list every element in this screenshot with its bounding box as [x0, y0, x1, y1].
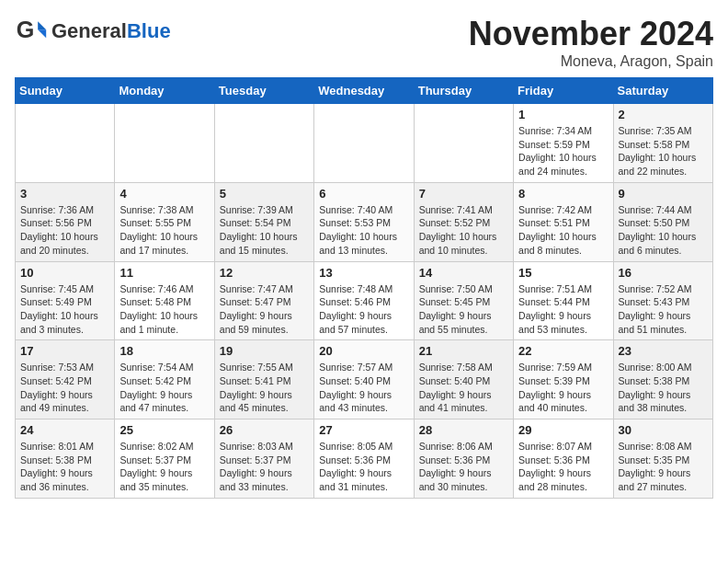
day-number: 19	[220, 344, 309, 358]
day-number: 9	[619, 187, 708, 201]
day-info: Sunrise: 7:41 AM Sunset: 5:52 PM Dayligh…	[419, 203, 508, 258]
day-info: Sunrise: 8:03 AM Sunset: 5:37 PM Dayligh…	[220, 440, 309, 494]
title-block: November 2024 Moneva, Aragon, Spain	[469, 15, 713, 70]
calendar-cell: 23Sunrise: 8:00 AM Sunset: 5:38 PM Dayli…	[613, 340, 712, 419]
calendar-cell: 19Sunrise: 7:55 AM Sunset: 5:41 PM Dayli…	[214, 340, 313, 419]
day-info: Sunrise: 8:00 AM Sunset: 5:38 PM Dayligh…	[619, 361, 708, 415]
day-info: Sunrise: 7:50 AM Sunset: 5:45 PM Dayligh…	[419, 282, 508, 337]
calendar-cell: 28Sunrise: 8:06 AM Sunset: 5:36 PM Dayli…	[414, 419, 513, 499]
day-number: 13	[319, 266, 408, 280]
calendar-week-1: 1Sunrise: 7:34 AM Sunset: 5:59 PM Daylig…	[16, 104, 713, 183]
day-info: Sunrise: 8:05 AM Sunset: 5:36 PM Dayligh…	[319, 440, 408, 494]
calendar-cell: 30Sunrise: 8:08 AM Sunset: 5:35 PM Dayli…	[613, 419, 712, 499]
calendar-cell: 26Sunrise: 8:03 AM Sunset: 5:37 PM Dayli…	[214, 419, 313, 499]
day-number: 6	[319, 187, 408, 201]
day-number: 25	[119, 423, 209, 437]
day-number: 11	[119, 266, 209, 280]
day-info: Sunrise: 7:44 AM Sunset: 5:50 PM Dayligh…	[619, 203, 708, 258]
calendar-cell	[214, 104, 313, 183]
day-info: Sunrise: 7:46 AM Sunset: 5:48 PM Dayligh…	[119, 282, 209, 337]
day-number: 29	[518, 423, 608, 437]
calendar-cell	[314, 104, 414, 183]
location-subtitle: Moneva, Aragon, Spain	[469, 53, 713, 70]
day-number: 15	[518, 266, 608, 280]
day-number: 20	[319, 344, 408, 358]
day-number: 23	[619, 344, 708, 358]
day-number: 30	[619, 423, 708, 437]
day-info: Sunrise: 8:07 AM Sunset: 5:36 PM Dayligh…	[518, 440, 608, 494]
day-number: 4	[119, 187, 209, 201]
day-number: 17	[20, 344, 109, 358]
logo-blue: Blue	[127, 19, 171, 42]
calendar-week-4: 17Sunrise: 7:53 AM Sunset: 5:42 PM Dayli…	[16, 340, 713, 419]
day-info: Sunrise: 7:55 AM Sunset: 5:41 PM Dayligh…	[220, 361, 309, 415]
svg-marker-1	[38, 21, 46, 29]
calendar-cell: 22Sunrise: 7:59 AM Sunset: 5:39 PM Dayli…	[514, 340, 613, 419]
calendar-week-2: 3Sunrise: 7:36 AM Sunset: 5:56 PM Daylig…	[16, 182, 713, 261]
day-number: 27	[319, 423, 408, 437]
calendar-cell: 27Sunrise: 8:05 AM Sunset: 5:36 PM Dayli…	[314, 419, 414, 499]
day-number: 22	[518, 344, 608, 358]
svg-marker-2	[38, 29, 46, 38]
day-info: Sunrise: 7:38 AM Sunset: 5:55 PM Dayligh…	[119, 203, 209, 258]
calendar-table: SundayMondayTuesdayWednesdayThursdayFrid…	[15, 77, 713, 499]
day-info: Sunrise: 7:51 AM Sunset: 5:44 PM Dayligh…	[518, 282, 608, 337]
calendar-cell: 21Sunrise: 7:58 AM Sunset: 5:40 PM Dayli…	[414, 340, 513, 419]
calendar-cell: 4Sunrise: 7:38 AM Sunset: 5:55 PM Daylig…	[115, 182, 214, 261]
day-info: Sunrise: 8:08 AM Sunset: 5:35 PM Dayligh…	[619, 440, 708, 494]
weekday-header-thursday: Thursday	[414, 78, 513, 104]
day-number: 12	[220, 266, 309, 280]
day-info: Sunrise: 7:40 AM Sunset: 5:53 PM Dayligh…	[319, 203, 408, 258]
logo-icon: G	[15, 15, 48, 48]
day-number: 3	[20, 187, 109, 201]
calendar-cell: 24Sunrise: 8:01 AM Sunset: 5:38 PM Dayli…	[16, 419, 115, 499]
day-number: 26	[220, 423, 309, 437]
day-info: Sunrise: 7:39 AM Sunset: 5:54 PM Dayligh…	[220, 203, 309, 258]
page-header: G GeneralBlue November 2024 Moneva, Arag…	[15, 15, 713, 70]
day-info: Sunrise: 8:01 AM Sunset: 5:38 PM Dayligh…	[20, 440, 109, 494]
day-number: 21	[419, 344, 508, 358]
calendar-cell	[16, 104, 115, 183]
day-info: Sunrise: 8:02 AM Sunset: 5:37 PM Dayligh…	[119, 440, 209, 494]
calendar-week-5: 24Sunrise: 8:01 AM Sunset: 5:38 PM Dayli…	[16, 419, 713, 499]
calendar-cell: 6Sunrise: 7:40 AM Sunset: 5:53 PM Daylig…	[314, 182, 414, 261]
day-number: 14	[419, 266, 508, 280]
day-info: Sunrise: 8:06 AM Sunset: 5:36 PM Dayligh…	[419, 440, 508, 494]
day-info: Sunrise: 7:59 AM Sunset: 5:39 PM Dayligh…	[518, 361, 608, 415]
day-info: Sunrise: 7:36 AM Sunset: 5:56 PM Dayligh…	[20, 203, 109, 258]
svg-text:G: G	[17, 17, 35, 42]
day-number: 8	[518, 187, 608, 201]
weekday-header-monday: Monday	[115, 78, 214, 104]
calendar-cell: 8Sunrise: 7:42 AM Sunset: 5:51 PM Daylig…	[514, 182, 613, 261]
day-info: Sunrise: 7:34 AM Sunset: 5:59 PM Dayligh…	[518, 124, 608, 178]
calendar-cell: 20Sunrise: 7:57 AM Sunset: 5:40 PM Dayli…	[314, 340, 414, 419]
day-number: 5	[220, 187, 309, 201]
calendar-cell: 2Sunrise: 7:35 AM Sunset: 5:58 PM Daylig…	[613, 104, 712, 183]
day-number: 1	[518, 108, 608, 121]
day-number: 2	[619, 108, 708, 121]
calendar-cell: 25Sunrise: 8:02 AM Sunset: 5:37 PM Dayli…	[115, 419, 214, 499]
day-info: Sunrise: 7:58 AM Sunset: 5:40 PM Dayligh…	[419, 361, 508, 415]
day-info: Sunrise: 7:57 AM Sunset: 5:40 PM Dayligh…	[319, 361, 408, 415]
calendar-cell	[414, 104, 513, 183]
day-info: Sunrise: 7:54 AM Sunset: 5:42 PM Dayligh…	[119, 361, 209, 415]
calendar-cell: 11Sunrise: 7:46 AM Sunset: 5:48 PM Dayli…	[115, 261, 214, 340]
weekday-header-friday: Friday	[514, 78, 613, 104]
calendar-cell: 5Sunrise: 7:39 AM Sunset: 5:54 PM Daylig…	[214, 182, 313, 261]
day-number: 10	[20, 266, 109, 280]
calendar-week-3: 10Sunrise: 7:45 AM Sunset: 5:49 PM Dayli…	[16, 261, 713, 340]
day-info: Sunrise: 7:52 AM Sunset: 5:43 PM Dayligh…	[619, 282, 708, 337]
day-info: Sunrise: 7:45 AM Sunset: 5:49 PM Dayligh…	[20, 282, 109, 337]
calendar-header-row: SundayMondayTuesdayWednesdayThursdayFrid…	[16, 78, 713, 104]
calendar-cell: 9Sunrise: 7:44 AM Sunset: 5:50 PM Daylig…	[613, 182, 712, 261]
weekday-header-wednesday: Wednesday	[314, 78, 414, 104]
calendar-cell: 14Sunrise: 7:50 AM Sunset: 5:45 PM Dayli…	[414, 261, 513, 340]
day-info: Sunrise: 7:35 AM Sunset: 5:58 PM Dayligh…	[619, 124, 708, 178]
logo-general: General	[51, 19, 127, 42]
month-title: November 2024	[469, 15, 713, 53]
calendar-cell	[115, 104, 214, 183]
day-number: 24	[20, 423, 109, 437]
day-number: 7	[419, 187, 508, 201]
day-info: Sunrise: 7:48 AM Sunset: 5:46 PM Dayligh…	[319, 282, 408, 337]
calendar-cell: 15Sunrise: 7:51 AM Sunset: 5:44 PM Dayli…	[514, 261, 613, 340]
